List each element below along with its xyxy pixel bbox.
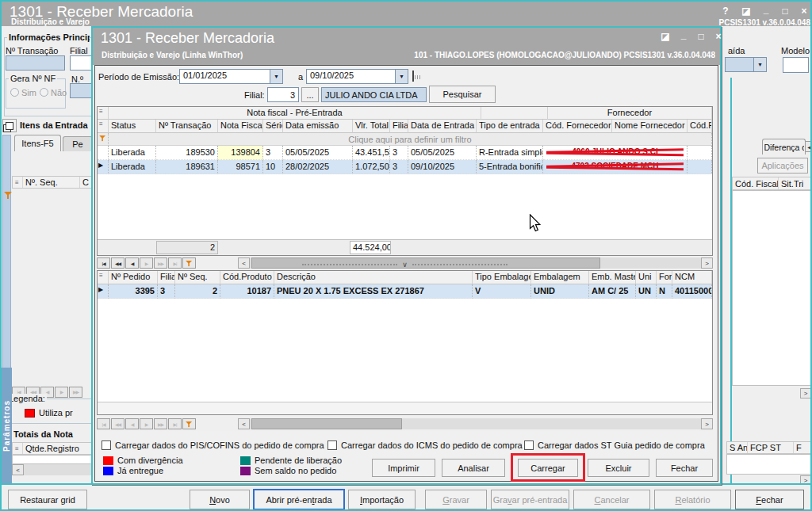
- totais-col-qtde[interactable]: Qtde.Registro: [23, 443, 92, 454]
- novo-button[interactable]: Novo: [190, 490, 250, 509]
- col-f[interactable]: F: [794, 442, 812, 453]
- checkbox-icon[interactable]: [102, 440, 111, 450]
- col-pedido[interactable]: Nº Pedido: [109, 271, 158, 284]
- scroll-left-icon[interactable]: <: [12, 464, 24, 475]
- tab-scroll-left-icon[interactable]: ◀: [805, 141, 812, 152]
- aplicacoes-button[interactable]: Aplicações: [757, 158, 808, 174]
- n-nf-field[interactable]: [70, 83, 92, 98]
- col-data-emissao[interactable]: Data emissão: [283, 120, 353, 133]
- restore-icon[interactable]: ◪: [738, 6, 754, 17]
- nav-filter-button[interactable]: [182, 418, 196, 429]
- excluir-button[interactable]: Excluir: [588, 459, 649, 477]
- filial-code-field[interactable]: 3: [267, 87, 299, 102]
- col-filial[interactable]: Filial: [390, 120, 408, 133]
- close-icon[interactable]: ×: [710, 31, 726, 42]
- grid2-hscrollbar[interactable]: < >: [238, 418, 713, 429]
- col-nome-fornecedor[interactable]: Nome Fornecedor: [612, 120, 688, 133]
- itens-col-c[interactable]: C: [80, 177, 92, 188]
- filter-funnel-icon[interactable]: [4, 191, 13, 200]
- col-embalagem[interactable]: Embalagem: [531, 271, 589, 284]
- help-icon[interactable]: ?: [718, 6, 733, 17]
- date-to-combo[interactable]: 09/10/2025 ▼: [306, 69, 408, 84]
- tab-pe[interactable]: Pe: [63, 136, 93, 151]
- tab-diferenca[interactable]: Diferença de: [762, 139, 806, 154]
- col-nota-fiscal[interactable]: Nota Fiscal: [218, 120, 263, 133]
- nav-last-icon[interactable]: ▶|: [168, 418, 182, 429]
- col-descricao[interactable]: Descrição: [274, 271, 473, 284]
- close-icon[interactable]: ×: [796, 6, 812, 17]
- checkbox-pis-cofins[interactable]: Carregar dados do PIS/COFINS do pedido d…: [102, 440, 324, 450]
- chevron-down-icon[interactable]: ▼: [753, 58, 766, 71]
- maximize-icon[interactable]: □: [693, 31, 709, 42]
- col-tipo-embalagem[interactable]: Tipo Embalagem: [473, 271, 531, 284]
- col-transacao[interactable]: Nº Transação: [156, 120, 218, 133]
- restaurar-grid-button[interactable]: Restaurar grid: [8, 490, 87, 509]
- col-s-an[interactable]: S An: [727, 442, 748, 453]
- modelo-field[interactable]: [783, 57, 809, 73]
- restore-icon[interactable]: ◪: [657, 31, 673, 42]
- sidebar-parametros[interactable]: Parâmetros: [2, 368, 12, 485]
- fechar-button-dialog[interactable]: Fechar: [656, 459, 713, 477]
- col-ncm[interactable]: NCM: [672, 271, 712, 284]
- scroll-right-icon[interactable]: >: [701, 418, 713, 429]
- date-from-combo[interactable]: 01/01/2025 ▼: [179, 69, 283, 84]
- col-cod-fiscal[interactable]: Cód. Fiscal: [733, 177, 779, 189]
- cascade-button[interactable]: [2, 119, 17, 132]
- filial-field-main[interactable]: [70, 55, 92, 71]
- checkbox-icon[interactable]: [327, 440, 337, 450]
- table-row-selected[interactable]: ▶ Liberada 189631 98571 10 28/02/2025 1.…: [98, 160, 712, 174]
- nao-radio[interactable]: [40, 88, 48, 97]
- nav-next-icon[interactable]: ▶: [140, 418, 153, 429]
- col-seq[interactable]: Nº Seq.: [175, 271, 220, 284]
- tab-itens-f5[interactable]: Itens-F5: [14, 135, 61, 151]
- grid1-filter-row[interactable]: Clique aqui para definir um filtro: [98, 133, 712, 146]
- col-tipo-entrada[interactable]: Tipo de entrada: [477, 120, 543, 133]
- scroll-right-icon[interactable]: >: [800, 388, 811, 399]
- cancelar-button[interactable]: Cancelar: [573, 490, 650, 509]
- scroll-left-icon[interactable]: <: [238, 418, 250, 429]
- abrir-pre-entrada-button[interactable]: Abrir pré-entrada: [253, 489, 345, 510]
- col-emb-master[interactable]: Emb. Master: [589, 271, 636, 284]
- col-status[interactable]: Status: [109, 120, 156, 133]
- checkbox-icon[interactable]: [524, 440, 534, 450]
- chevron-down-icon[interactable]: ▼: [270, 70, 282, 83]
- filial-lookup-button[interactable]: ...: [301, 87, 319, 102]
- minimize-icon[interactable]: _: [758, 4, 774, 15]
- nav-prev-icon[interactable]: ◀: [125, 418, 139, 429]
- itens-col-seq[interactable]: Nº. Seq.: [23, 177, 80, 188]
- fechar-button-main[interactable]: Fechar: [735, 490, 804, 509]
- chevron-down-icon[interactable]: ▼: [395, 70, 408, 83]
- n-transacao-field[interactable]: [6, 55, 65, 71]
- nav-first-icon[interactable]: |◀: [97, 418, 110, 429]
- relatorio-button[interactable]: Relatório: [654, 490, 731, 509]
- col-produto[interactable]: Cód.Produto: [220, 271, 274, 284]
- calendar-icon[interactable]: [412, 71, 414, 82]
- col-filial2[interactable]: Filial: [158, 271, 175, 284]
- sim-radio[interactable]: [10, 88, 19, 97]
- splitter-handle[interactable]: ∨: [97, 261, 713, 269]
- minimize-icon[interactable]: _: [676, 29, 691, 40]
- imprimir-button[interactable]: Imprimir: [372, 459, 435, 477]
- col-sit-tri[interactable]: Sit.Tri: [779, 177, 812, 189]
- gravar-button[interactable]: Gravar: [425, 490, 487, 509]
- col-serie[interactable]: Série: [263, 120, 283, 133]
- gravar-pre-entrada-button[interactable]: Gravar pré-entrada: [491, 490, 569, 509]
- saida-combo[interactable]: ▼: [725, 57, 767, 72]
- totais-hscrollbar[interactable]: <: [12, 464, 93, 475]
- checkbox-icms[interactable]: Carregar dados do ICMS do pedido de comp…: [327, 440, 523, 450]
- analisar-button[interactable]: Analisar: [442, 459, 505, 477]
- checkbox-st-guia[interactable]: Carregar dados ST Guia pedido de compra: [524, 440, 705, 450]
- importacao-button[interactable]: Importação: [348, 490, 416, 509]
- pesquisar-button[interactable]: Pesquisar: [429, 86, 496, 103]
- nav-next-page-icon[interactable]: ▶▶: [69, 387, 82, 398]
- carregar-button[interactable]: Carregar: [518, 459, 578, 477]
- nav-next-page-icon[interactable]: ▶▶: [154, 418, 167, 429]
- table-row-selected[interactable]: ▶ 3395 3 2 10187 PNEU 20 X 1.75 EXCESS E…: [98, 284, 712, 299]
- col-fcp-st[interactable]: FCP ST: [748, 442, 794, 453]
- col-vlr-total[interactable]: Vlr. Total: [353, 120, 390, 133]
- col-data-entrada[interactable]: Data de Entrada: [408, 120, 477, 133]
- table-row[interactable]: Liberada 189530 139804 3 05/05/2025 43.4…: [98, 146, 712, 160]
- col-cod-fornecedor[interactable]: Cód. Fornecedor: [543, 120, 612, 133]
- nav-prev-page-icon[interactable]: ◀◀: [111, 418, 124, 429]
- col-uni[interactable]: Uni: [636, 271, 657, 284]
